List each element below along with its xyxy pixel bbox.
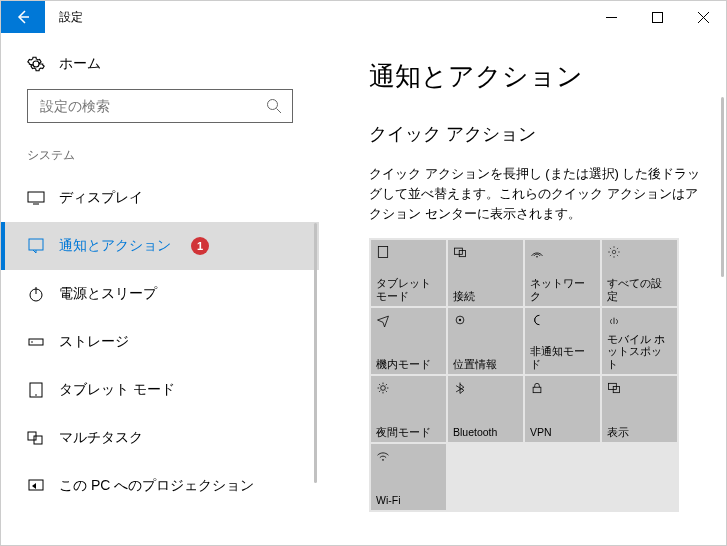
quick-action-tile[interactable]: ネットワーク [525, 240, 600, 306]
sidebar: ホーム システム ディスプレイ 通知とアクション 1 電源とスリープ ストレージ… [1, 33, 319, 545]
page-title: 通知とアクション [369, 59, 702, 94]
minimize-button[interactable] [588, 1, 634, 33]
section-description: クイック アクションを長押し (または選択) した後ドラッグして並べ替えます。こ… [369, 164, 702, 224]
tile-label: モバイル ホットスポット [607, 333, 672, 371]
tile-label: VPN [530, 426, 595, 439]
window-title: 設定 [45, 9, 83, 26]
sidebar-item-display[interactable]: ディスプレイ [1, 174, 319, 222]
airplane-icon [376, 313, 441, 329]
quick-action-tile[interactable]: VPN [525, 376, 600, 442]
svg-point-18 [459, 319, 461, 321]
sidebar-item-label: マルチタスク [59, 429, 143, 447]
close-button[interactable] [680, 1, 726, 33]
quick-actions-grid: タブレット モード接続ネットワークすべての設定機内モード位置情報非通知モードモバ… [369, 238, 679, 512]
tile-label: ネットワーク [530, 277, 595, 302]
tile-label: 夜間モード [376, 426, 441, 439]
connect-icon [453, 245, 518, 261]
sidebar-item-label: タブレット モード [59, 381, 175, 399]
maximize-button[interactable] [634, 1, 680, 33]
titlebar: 設定 [1, 1, 726, 33]
quick-action-tile[interactable]: すべての設定 [602, 240, 677, 306]
settings-icon [607, 245, 672, 261]
add-remove-quick-actions-link[interactable]: クイック アクションの追加または削除 [369, 544, 594, 545]
tile-label: 機内モード [376, 358, 441, 371]
quick-action-tile[interactable]: 表示 [602, 376, 677, 442]
bluetooth-icon [453, 381, 518, 397]
hotspot-icon [607, 313, 672, 329]
svg-rect-12 [378, 247, 387, 258]
wifi-icon [376, 449, 441, 465]
vpn-icon [530, 381, 595, 397]
quick-action-tile[interactable]: 機内モード [371, 308, 446, 374]
night-icon [376, 381, 441, 397]
quick-action-tile[interactable]: モバイル ホットスポット [602, 308, 677, 374]
sidebar-item-label: 電源とスリープ [59, 285, 157, 303]
back-button[interactable] [1, 1, 45, 33]
power-icon [27, 285, 45, 303]
tablet-icon [376, 245, 441, 261]
tile-label: 表示 [607, 426, 672, 439]
sidebar-item-label: 通知とアクション [59, 237, 171, 255]
network-icon [530, 245, 595, 261]
minimize-icon [606, 12, 617, 23]
quick-action-tile[interactable]: 夜間モード [371, 376, 446, 442]
search-icon [266, 98, 282, 114]
quick-action-tile[interactable]: 位置情報 [448, 308, 523, 374]
svg-point-8 [35, 394, 37, 396]
quick-action-tile[interactable]: タブレット モード [371, 240, 446, 306]
svg-point-1 [268, 100, 278, 110]
sidebar-item-label: ディスプレイ [59, 189, 143, 207]
back-arrow-icon [15, 9, 31, 25]
tile-label: Bluetooth [453, 426, 518, 439]
projection-icon [27, 477, 45, 495]
moon-icon [530, 313, 595, 329]
section-heading: クイック アクション [369, 122, 702, 146]
svg-rect-5 [29, 339, 43, 345]
svg-point-15 [536, 256, 538, 258]
main-scrollbar[interactable] [721, 97, 724, 277]
svg-rect-13 [455, 249, 463, 255]
home-row[interactable]: ホーム [1, 55, 319, 89]
tile-label: すべての設定 [607, 277, 672, 302]
svg-rect-3 [29, 239, 43, 250]
maximize-icon [652, 12, 663, 23]
svg-point-16 [612, 251, 616, 255]
svg-rect-2 [28, 192, 44, 202]
sidebar-item-tablet[interactable]: タブレット モード [1, 366, 319, 414]
display-icon [27, 189, 45, 207]
svg-point-19 [381, 386, 386, 391]
content-area: ホーム システム ディスプレイ 通知とアクション 1 電源とスリープ ストレージ… [1, 33, 726, 545]
tablet-icon [27, 381, 45, 399]
sidebar-item-label: この PC へのプロジェクション [59, 477, 254, 495]
sidebar-item-storage[interactable]: ストレージ [1, 318, 319, 366]
window-controls [588, 1, 726, 33]
storage-icon [27, 333, 45, 351]
tile-label: 接続 [453, 290, 518, 303]
notifications-icon [27, 237, 45, 255]
sidebar-scrollbar[interactable] [314, 223, 317, 483]
sidebar-item-label: ストレージ [59, 333, 129, 351]
quick-action-tile[interactable]: 非通知モード [525, 308, 600, 374]
search-field[interactable] [27, 89, 293, 123]
sidebar-item-power[interactable]: 電源とスリープ [1, 270, 319, 318]
quick-action-tile[interactable]: Wi-Fi [371, 444, 446, 510]
svg-point-23 [382, 460, 384, 462]
tile-label: 位置情報 [453, 358, 518, 371]
search-input[interactable] [38, 97, 266, 115]
location-icon [453, 313, 518, 329]
tile-label: 非通知モード [530, 345, 595, 370]
main-pane: 通知とアクション クイック アクション クイック アクションを長押し (または選… [319, 33, 726, 545]
home-label: ホーム [59, 55, 101, 73]
svg-rect-0 [652, 12, 662, 22]
multitask-icon [27, 429, 45, 447]
quick-action-tile[interactable]: Bluetooth [448, 376, 523, 442]
sidebar-item-multitask[interactable]: マルチタスク [1, 414, 319, 462]
svg-rect-20 [533, 388, 541, 393]
sidebar-item-notifications[interactable]: 通知とアクション 1 [1, 222, 319, 270]
project-icon [607, 381, 672, 397]
annotation-badge-1: 1 [191, 237, 209, 255]
tile-label: タブレット モード [376, 277, 441, 302]
quick-action-tile[interactable]: 接続 [448, 240, 523, 306]
sidebar-item-projection[interactable]: この PC へのプロジェクション [1, 462, 319, 510]
tile-label: Wi-Fi [376, 494, 441, 507]
